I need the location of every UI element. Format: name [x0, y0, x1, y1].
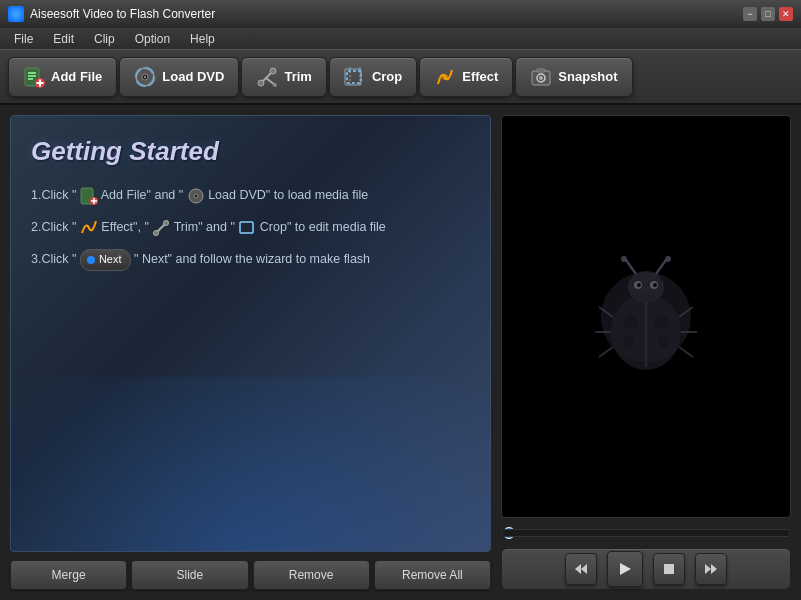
svg-rect-34 [240, 222, 253, 233]
minimize-button[interactable]: − [743, 7, 757, 21]
getting-started-title: Getting Started [31, 136, 470, 167]
add-file-label: Add File [51, 69, 102, 84]
toolbar: Add File Load DVD Trim Crop [0, 50, 801, 105]
add-file-button[interactable]: Add File [8, 57, 117, 97]
rewind-button[interactable] [565, 553, 597, 585]
step-3: 3.Click " Next " Next" and follow the wi… [31, 249, 470, 271]
snapshot-button[interactable]: Snapshot [515, 57, 632, 97]
svg-point-32 [154, 230, 159, 235]
svg-point-9 [144, 76, 146, 78]
effect-label: Effect [462, 69, 498, 84]
menu-file[interactable]: File [4, 30, 43, 48]
svg-line-56 [679, 347, 693, 357]
mini-add-file-icon [80, 187, 98, 205]
trim-button[interactable]: Trim [241, 57, 326, 97]
next-badge-dot [87, 256, 95, 264]
remove-all-button[interactable]: Remove All [374, 560, 491, 590]
svg-point-44 [653, 283, 657, 287]
svg-marker-62 [711, 564, 717, 574]
add-file-icon [23, 66, 45, 88]
rewind-icon [574, 563, 588, 575]
svg-point-23 [539, 76, 543, 80]
snapshot-icon [530, 66, 552, 88]
next-badge: Next [80, 249, 131, 271]
load-dvd-label: Load DVD [162, 69, 224, 84]
load-dvd-button[interactable]: Load DVD [119, 57, 239, 97]
getting-started-panel: Getting Started 1.Click " Add File" and … [10, 115, 491, 552]
play-button[interactable] [607, 551, 643, 587]
svg-rect-60 [664, 564, 674, 574]
svg-point-12 [258, 80, 264, 86]
crop-label: Crop [372, 69, 402, 84]
menu-help[interactable]: Help [180, 30, 225, 48]
svg-point-50 [657, 336, 669, 348]
progress-track[interactable] [501, 529, 791, 537]
titlebar: Aiseesoft Video to Flash Converter − □ ✕ [0, 0, 801, 28]
fast-forward-icon [704, 563, 718, 575]
svg-point-39 [621, 256, 627, 262]
mini-trim-icon [152, 219, 170, 237]
merge-button[interactable]: Merge [10, 560, 127, 590]
svg-point-30 [194, 194, 198, 198]
svg-rect-16 [347, 71, 361, 83]
left-panel: Getting Started 1.Click " Add File" and … [10, 115, 491, 590]
svg-line-53 [599, 347, 613, 357]
titlebar-left: Aiseesoft Video to Flash Converter [8, 6, 215, 22]
load-dvd-icon [134, 66, 156, 88]
step-1: 1.Click " Add File" and " Load DVD" to l… [31, 185, 470, 205]
remove-button[interactable]: Remove [253, 560, 370, 590]
svg-point-13 [270, 68, 276, 74]
trim-label: Trim [284, 69, 311, 84]
svg-point-15 [273, 83, 277, 87]
svg-point-43 [637, 283, 641, 287]
snapshot-label: Snapshot [558, 69, 617, 84]
effect-icon [434, 66, 456, 88]
svg-marker-61 [705, 564, 711, 574]
svg-marker-57 [575, 564, 581, 574]
svg-point-33 [164, 220, 169, 225]
svg-marker-58 [581, 564, 587, 574]
stop-icon [663, 563, 675, 575]
trim-icon [256, 66, 278, 88]
action-buttons: Merge Slide Remove Remove All [10, 560, 491, 590]
app-icon [8, 6, 24, 22]
crop-button[interactable]: Crop [329, 57, 417, 97]
svg-line-38 [656, 260, 666, 274]
watermark-logo [581, 252, 711, 382]
mini-effect-icon [80, 219, 98, 237]
step-2: 2.Click " Effect", " Trim" and " Crop" [31, 217, 470, 237]
slide-button[interactable]: Slide [131, 560, 248, 590]
menubar: File Edit Clip Option Help [0, 28, 801, 50]
right-panel [501, 115, 791, 590]
menu-clip[interactable]: Clip [84, 30, 125, 48]
svg-point-48 [654, 315, 668, 329]
window-controls: − □ ✕ [743, 7, 793, 21]
menu-edit[interactable]: Edit [43, 30, 84, 48]
close-button[interactable]: ✕ [779, 7, 793, 21]
window-title: Aiseesoft Video to Flash Converter [30, 7, 215, 21]
svg-line-37 [626, 260, 636, 274]
svg-point-40 [665, 256, 671, 262]
mini-dvd-icon [187, 187, 205, 205]
svg-point-49 [623, 336, 635, 348]
mini-crop-icon [238, 219, 256, 237]
svg-rect-24 [537, 69, 545, 72]
effect-button[interactable]: Effect [419, 57, 513, 97]
svg-point-20 [442, 74, 448, 80]
crop-icon [344, 66, 366, 88]
playback-controls [501, 548, 791, 590]
svg-marker-59 [620, 563, 631, 575]
maximize-button[interactable]: □ [761, 7, 775, 21]
menu-option[interactable]: Option [125, 30, 180, 48]
video-preview [501, 115, 791, 518]
progress-area [501, 526, 791, 540]
play-icon [618, 562, 632, 576]
main-area: Getting Started 1.Click " Add File" and … [0, 105, 801, 600]
stop-button[interactable] [653, 553, 685, 585]
fast-forward-button[interactable] [695, 553, 727, 585]
svg-point-47 [624, 315, 638, 329]
